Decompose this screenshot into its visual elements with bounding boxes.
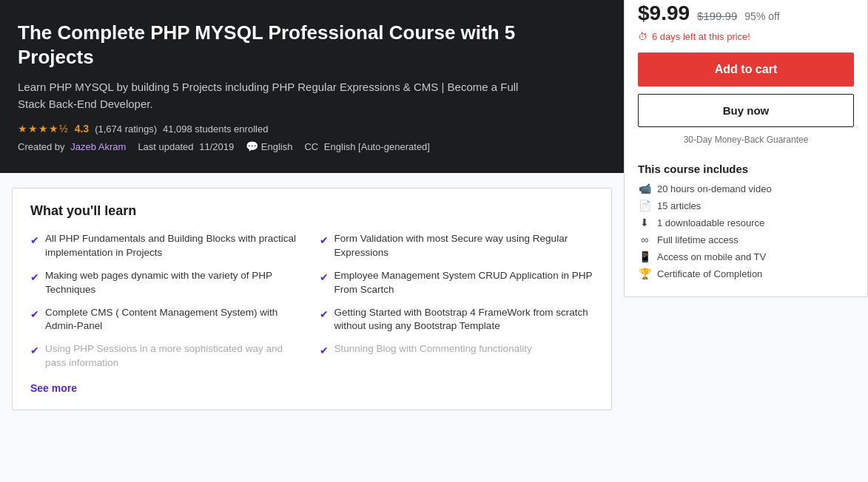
check-icon: ✔ bbox=[30, 234, 39, 248]
learn-section-title: What you'll learn bbox=[30, 203, 593, 219]
see-more-link[interactable]: See more bbox=[30, 382, 77, 394]
updated-info: Last updated 11/2019 bbox=[138, 141, 234, 152]
captions-info: CC English [Auto-generated] bbox=[304, 141, 430, 152]
list-item: ✔ Employee Management System CRUD Applic… bbox=[320, 269, 594, 297]
certificate-icon: 🏆 bbox=[638, 268, 651, 279]
list-item: ✔ Complete CMS ( Content Management Syst… bbox=[30, 306, 305, 334]
video-icon: 📹 bbox=[638, 183, 651, 194]
star-icons: ★★★★½ bbox=[18, 123, 69, 135]
course-title: The Complete PHP MYSQL Professional Cour… bbox=[18, 21, 551, 69]
course-subtitle: Learn PHP MYSQL by building 5 Projects i… bbox=[18, 79, 536, 112]
enrolled-count: 41,098 students enrolled bbox=[163, 123, 268, 135]
author-link[interactable]: Jazeb Akram bbox=[70, 141, 126, 152]
list-item: ✔ Using PHP Sessions in a more sophistic… bbox=[30, 342, 305, 370]
mobile-icon: 📱 bbox=[638, 251, 651, 262]
price-row: $9.99 $199.99 95% off bbox=[638, 1, 854, 25]
list-item: ✔ Getting Started with Bootstrap 4 Frame… bbox=[320, 306, 594, 334]
check-icon: ✔ bbox=[320, 308, 329, 322]
includes-title: This course includes bbox=[638, 163, 854, 175]
rating-row: ★★★★½ 4.3 (1,674 ratings) 41,098 student… bbox=[18, 123, 606, 135]
check-icon: ✔ bbox=[30, 344, 39, 359]
check-icon: ✔ bbox=[320, 234, 329, 248]
current-price: $9.99 bbox=[638, 1, 690, 25]
include-item-download: ⬇ 1 downloadable resource bbox=[638, 217, 854, 228]
main-body: What you'll learn ✔ All PHP Fundamentals… bbox=[0, 173, 624, 425]
add-to-cart-button[interactable]: Add to cart bbox=[638, 52, 854, 86]
rating-count: (1,674 ratings) bbox=[95, 123, 157, 135]
buy-now-button[interactable]: Buy now bbox=[638, 94, 854, 127]
meta-row: Created by Jazeb Akram Last updated 11/2… bbox=[18, 140, 606, 152]
language-info: 💬 English bbox=[246, 140, 292, 152]
timer-icon: ⏱ bbox=[638, 31, 647, 42]
rating-number: 4.3 bbox=[75, 123, 89, 135]
learn-grid: ✔ All PHP Fundamentals and Building Bloc… bbox=[30, 232, 593, 370]
original-price: $199.99 bbox=[697, 10, 737, 22]
timer-row: ⏱ 6 days left at this price! bbox=[638, 31, 854, 42]
hero-section: The Complete PHP MYSQL Professional Cour… bbox=[0, 0, 624, 173]
list-item: ✔ All PHP Fundamentals and Building Bloc… bbox=[30, 232, 305, 260]
list-item: ✔ Form Validation with most Secure way u… bbox=[320, 232, 594, 260]
created-by-label: Created by Jazeb Akram bbox=[18, 141, 126, 152]
list-item: ✔ Stunning Blog with Commenting function… bbox=[320, 342, 594, 370]
guarantee-label: 30-Day Money-Back Guarantee bbox=[638, 135, 854, 145]
check-icon: ✔ bbox=[30, 308, 39, 322]
infinity-icon: ∞ bbox=[638, 234, 651, 245]
check-icon: ✔ bbox=[320, 344, 329, 359]
timer-label: 6 days left at this price! bbox=[652, 31, 750, 42]
include-item-certificate: 🏆 Certificate of Completion bbox=[638, 268, 854, 279]
list-item: ✔ Making web pages dynamic with the vari… bbox=[30, 269, 305, 297]
include-item-articles: 📄 15 articles bbox=[638, 200, 854, 211]
check-icon: ✔ bbox=[320, 271, 329, 285]
learn-section: What you'll learn ✔ All PHP Fundamentals… bbox=[12, 188, 612, 410]
include-item-mobile: 📱 Access on mobile and TV bbox=[638, 251, 854, 262]
includes-section: This course includes 📹 20 hours on-deman… bbox=[625, 163, 867, 296]
pricing-block: $9.99 $199.99 95% off ⏱ 6 days left at t… bbox=[625, 0, 867, 163]
article-icon: 📄 bbox=[638, 200, 651, 211]
include-item-video: 📹 20 hours on-demand video bbox=[638, 183, 854, 194]
discount-label: 95% off bbox=[744, 10, 779, 22]
download-icon: ⬇ bbox=[638, 217, 651, 228]
sidebar-card: HTML CSS PHP SQL B JS DB CMS Preview thi… bbox=[624, 0, 868, 297]
check-icon: ✔ bbox=[30, 271, 39, 285]
include-item-lifetime: ∞ Full lifetime access bbox=[638, 234, 854, 245]
